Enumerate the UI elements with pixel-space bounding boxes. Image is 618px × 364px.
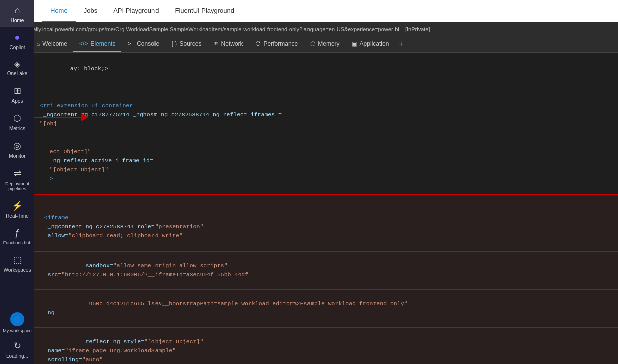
home-icon: ⌂: [15, 5, 20, 16]
devtools-code-area: ay: block;> ▼ <tri-extension-ui-containe…: [34, 53, 618, 364]
copilot-icon: ●: [15, 32, 20, 43]
sidebar-item-onelake[interactable]: ◈ OneLake: [0, 54, 34, 80]
dt-code-line-2b: ect Object]" ng-reflect-active-i-frame-i…: [34, 138, 618, 193]
dt-code-line-iframe-4[interactable]: reflect-ng-style="[object Object]" name=…: [34, 327, 618, 364]
sources-tab-icon: { }: [171, 40, 177, 47]
apps-icon: ⊞: [14, 85, 21, 96]
devtools-tab-welcome[interactable]: ⌂ Welcome: [34, 36, 73, 52]
welcome-tab-icon: ⌂: [36, 40, 40, 47]
dt-code-line-iframe[interactable]: ▼ <iframe _ngcontent-ng-c2782588744 role…: [34, 194, 618, 250]
tab-api-playground[interactable]: API Playground: [105, 0, 167, 22]
memory-tab-icon: ⬡: [310, 40, 315, 47]
deployment-icon: ⇌: [14, 168, 21, 179]
sidebar-item-realtime[interactable]: ⚡ Real-Time: [0, 195, 34, 223]
main-area: Home Jobs API Playground FluentUI Playgr…: [34, 0, 618, 364]
elements-tab-icon: </>: [79, 40, 88, 47]
sidebar-item-deployment[interactable]: ⇌ Deployment pipelines: [0, 163, 34, 195]
devtools-tab-application[interactable]: ▣ Application: [346, 36, 395, 52]
devtools-overlay: DevTools - daily.local.powerbi.com/group…: [34, 22, 618, 364]
onelake-icon: ◈: [14, 59, 20, 69]
sidebar-item-monitor[interactable]: ◎ Monitor: [0, 135, 34, 163]
workspaces-icon: ⬚: [13, 254, 22, 265]
realtime-icon: ⚡: [12, 200, 23, 211]
functions-icon: ƒ: [15, 228, 20, 238]
devtools-tab-elements[interactable]: </> Elements: [73, 36, 121, 52]
sidebar-item-home[interactable]: ⌂ Home: [0, 0, 34, 27]
devtools-title: DevTools - daily.local.powerbi.com/group…: [34, 26, 618, 32]
tab-home[interactable]: Home: [42, 0, 76, 22]
top-nav: Home Jobs API Playground FluentUI Playgr…: [34, 0, 618, 22]
dt-code-line-2: ▼ <tri-extension-ui-container _ngcontent…: [34, 83, 618, 138]
devtools-elements-panel[interactable]: ay: block;> ▼ <tri-extension-ui-containe…: [34, 53, 618, 364]
dt-code-line-iframe-2[interactable]: sandbox="allow-same-origin allow-scripts…: [34, 251, 618, 289]
devtools-tabs: ← → ⬚ ⌂ Welcome </> Elements >_ Console …: [34, 36, 618, 53]
devtools-tab-network[interactable]: ≋ Network: [208, 36, 249, 52]
devtools-tab-performance[interactable]: ⏱ Performance: [249, 36, 304, 52]
sidebar: ⌂ Home ● Copilot ◈ OneLake ⊞ Apps ⬡ Metr…: [0, 0, 34, 364]
sidebar-item-workspaces[interactable]: ⬚ Workspaces: [0, 249, 34, 277]
sidebar-item-metrics[interactable]: ⬡ Metrics: [0, 108, 34, 135]
network-tab-icon: ≋: [214, 40, 219, 47]
console-tab-icon: >_: [127, 40, 134, 47]
devtools-tab-sources[interactable]: { } Sources: [165, 36, 207, 52]
page-content: Sample Item Editor New Item Details Sele…: [34, 22, 618, 364]
metrics-icon: ⬡: [13, 113, 21, 124]
dt-code-line-1: ay: block;>: [34, 55, 618, 83]
application-tab-icon: ▣: [352, 40, 357, 47]
devtools-titlebar: DevTools - daily.local.powerbi.com/group…: [34, 22, 618, 36]
dt-code-line-iframe-3[interactable]: -950c-d4c1251c665…lse&__bootstrapPath=sa…: [34, 289, 618, 327]
avatar-icon: 👤: [10, 312, 24, 326]
devtools-tab-memory[interactable]: ⬡ Memory: [304, 36, 345, 52]
performance-tab-icon: ⏱: [255, 40, 261, 47]
loading-icon: ↻: [14, 340, 21, 351]
sidebar-item-copilot[interactable]: ● Copilot: [0, 27, 34, 54]
sidebar-item-functions[interactable]: ƒ Functions hub: [0, 223, 34, 249]
tab-fluentui[interactable]: FluentUI Playground: [167, 0, 243, 22]
tab-jobs[interactable]: Jobs: [76, 0, 105, 22]
devtools-add-tab-btn[interactable]: +: [395, 36, 407, 52]
sidebar-item-myworkspace[interactable]: 👤 My workspace: [0, 307, 34, 337]
devtools-tab-console[interactable]: >_ Console: [121, 36, 165, 52]
monitor-icon: ◎: [13, 140, 21, 151]
sidebar-item-apps[interactable]: ⊞ Apps: [0, 80, 34, 108]
sidebar-item-loading: ↻ Loading...: [0, 337, 34, 362]
